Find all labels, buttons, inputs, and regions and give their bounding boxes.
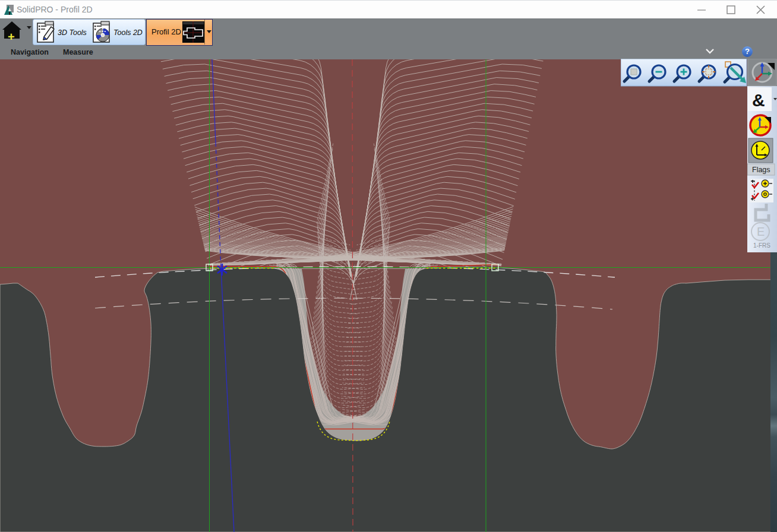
svg-text:+: + — [8, 30, 15, 43]
svg-text:&: & — [752, 90, 765, 110]
svg-text:Flags: Flags — [752, 166, 770, 174]
svg-text:E: E — [757, 225, 765, 238]
svg-text:1-FRS: 1-FRS — [753, 242, 770, 249]
